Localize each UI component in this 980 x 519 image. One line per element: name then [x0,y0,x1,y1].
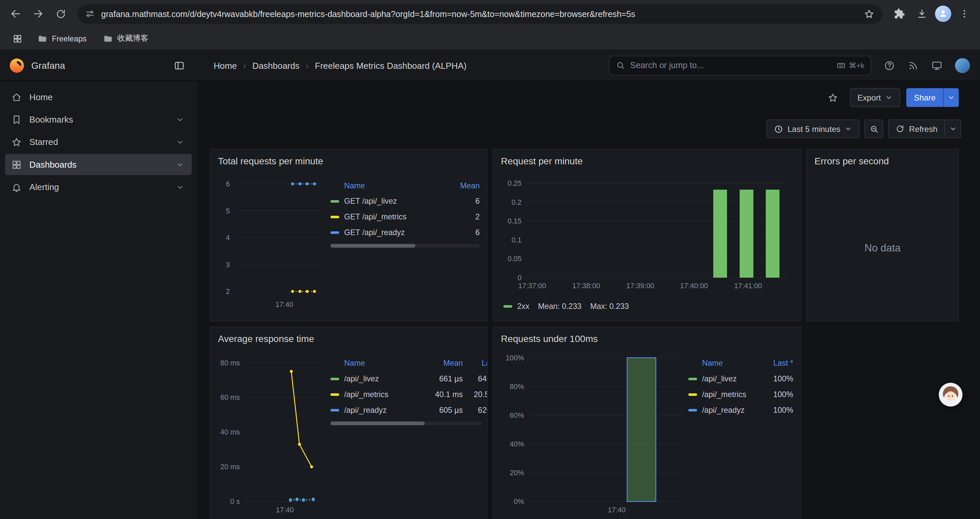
scrollbar-thumb[interactable] [331,422,425,425]
help-icon[interactable] [884,60,895,71]
time-range-picker[interactable]: Last 5 minutes [766,120,859,138]
series-name[interactable]: /api/_readyz [344,406,423,414]
series-name[interactable]: /api/_metrics [344,390,423,399]
favorite-dashboard-button[interactable] [822,87,844,108]
legend-header-mean[interactable]: Mean [423,359,463,367]
series-name[interactable]: GET /api/_metrics [344,212,442,221]
legend-row[interactable]: GET /api/_metrics 2 [331,209,480,224]
url-text[interactable]: grafana.mathmast.com/d/deytv4rwavabkb/fr… [101,9,860,18]
legend-row[interactable]: /api/_livez 100% [688,371,793,386]
panel-title[interactable]: Errors per second [807,150,958,169]
legend-row[interactable]: /api/_metrics 40.1 ms 20.5 ms [331,386,487,402]
share-menu-button[interactable] [943,88,959,107]
legend-row[interactable]: /api/_livez 661 µs 646 µs [331,371,487,386]
downloads-button[interactable] [911,3,932,24]
breadcrumb-dashboards[interactable]: Dashboards [253,61,299,70]
share-split-button: Share [907,88,959,107]
export-button[interactable]: Export [850,88,900,107]
series-mean-stat: Mean: 0.233 [538,302,581,311]
svg-text:3: 3 [226,261,230,269]
under-100ms-chart[interactable]: 100%80%60%40%20%0%17:40 [501,353,689,519]
back-button[interactable] [5,3,26,24]
breadcrumb-home[interactable]: Home [213,61,237,70]
legend-header-mean[interactable]: Mean [442,181,480,190]
scrollbar-thumb[interactable] [331,244,415,248]
browser-profile-avatar[interactable] [935,6,951,22]
bookmark-folder-favorites[interactable]: 收藏博客 [98,31,153,46]
legend-header-name[interactable]: Name [344,359,423,367]
zoom-out-time-button[interactable] [865,120,883,138]
legend-scrollbar[interactable] [331,422,482,425]
series-color-swatch [331,231,339,233]
site-info-icon[interactable] [85,9,95,19]
series-name[interactable]: /api/_livez [702,374,756,383]
search-box[interactable]: ⌘+k [609,56,871,75]
bookmark-page-button[interactable] [860,5,877,22]
legend-header-name[interactable]: Name [702,359,756,367]
chevron-down-icon[interactable] [176,160,184,168]
sidebar-item-starred[interactable]: Starred [5,131,192,153]
grafana-brand[interactable]: Grafana [9,57,65,73]
refresh-button[interactable]: Refresh [889,120,945,138]
series-last: 100% [756,390,793,399]
total-requests-chart[interactable]: 6543217:40 [218,175,331,315]
panel-body: 100%80%60%40%20%0%17:40 Name Last * /api… [493,347,800,519]
panel-title[interactable]: Requests under 100ms [493,327,800,347]
panel-title[interactable]: Total requests per minute [210,150,487,169]
legend-header-last[interactable]: Last * [756,359,793,367]
avg-response-chart[interactable]: 80 ms60 ms40 ms20 ms0 s17:40 [218,353,331,519]
series-name[interactable]: GET /api/_livez [344,197,442,205]
legend-header-name[interactable]: Name [344,181,442,190]
panel-title[interactable]: Average response time [210,327,487,347]
chevron-down-icon[interactable] [176,183,184,191]
legend-row[interactable]: /api/_metrics 100% [688,386,793,402]
svg-text:40%: 40% [510,440,524,448]
series-mean: 605 µs [423,406,463,414]
rss-icon[interactable] [908,60,919,71]
series-name[interactable]: GET /api/_readyz [344,228,442,237]
legend-series-2xx[interactable]: 2xx [503,302,529,311]
chevron-down-icon[interactable] [176,115,184,123]
forward-icon [32,8,44,19]
user-avatar[interactable] [955,58,970,73]
request-per-minute-chart[interactable]: 0.250.20.150.10.05017:37:0017:38:0017:39… [501,175,793,296]
breadcrumb-current: Freeleaps Metrics Dashboard (ALPHA) [315,61,467,70]
svg-text:0 s: 0 s [230,498,240,506]
apps-shortcut-button[interactable] [9,30,26,47]
legend-header-last[interactable]: Last * [463,359,487,367]
sidebar-item-dashboards[interactable]: Dashboards [5,154,192,175]
chevron-down-icon[interactable] [176,138,184,146]
address-bar[interactable]: grafana.mathmast.com/d/deytv4rwavabkb/fr… [77,4,883,23]
panel-body: 0.250.20.150.10.05017:37:0017:38:0017:39… [493,169,800,311]
panel-title[interactable]: Request per minute [493,150,800,169]
legend-row[interactable]: GET /api/_readyz 6 [331,224,480,240]
panel-body: 80 ms60 ms40 ms20 ms0 s17:40 Name Mean L… [210,347,487,519]
series-name[interactable]: /api/_readyz [702,406,756,414]
sidebar-toggle-button[interactable] [169,55,190,76]
sidebar-item-label: Dashboards [29,159,76,169]
series-name[interactable]: /api/_metrics [702,390,756,399]
reload-button[interactable] [50,3,72,24]
legend-row[interactable]: GET /api/_livez 6 [331,193,480,209]
legend-row[interactable]: /api/_readyz 100% [688,402,793,418]
extensions-button[interactable] [889,3,910,24]
sidebar-item-home[interactable]: Home [5,86,192,107]
monitor-icon[interactable] [931,60,943,71]
apps-grid-icon [12,34,22,43]
bookmark-folder-freeleaps[interactable]: Freeleaps [32,31,91,46]
forward-button[interactable] [27,3,49,24]
share-button[interactable]: Share [907,88,943,107]
sidebar-item-bookmarks[interactable]: Bookmarks [5,109,192,130]
series-color-swatch [688,409,697,411]
legend-row[interactable]: /api/_readyz 605 µs 620 µs [331,402,487,418]
assistant-avatar[interactable] [939,383,963,406]
refresh-interval-button[interactable] [945,120,961,138]
browser-menu-button[interactable] [954,3,975,24]
sidebar-item-alerting[interactable]: Alerting [5,176,192,198]
legend-scrollbar[interactable] [331,244,480,248]
series-name[interactable]: /api/_livez [344,374,423,383]
browser-toolbar: grafana.mathmast.com/d/deytv4rwavabkb/fr… [0,0,980,27]
breadcrumb: Home › Dashboards › Freeleaps Metrics Da… [213,61,466,70]
svg-text:0.2: 0.2 [512,198,522,206]
search-input[interactable] [630,61,831,70]
